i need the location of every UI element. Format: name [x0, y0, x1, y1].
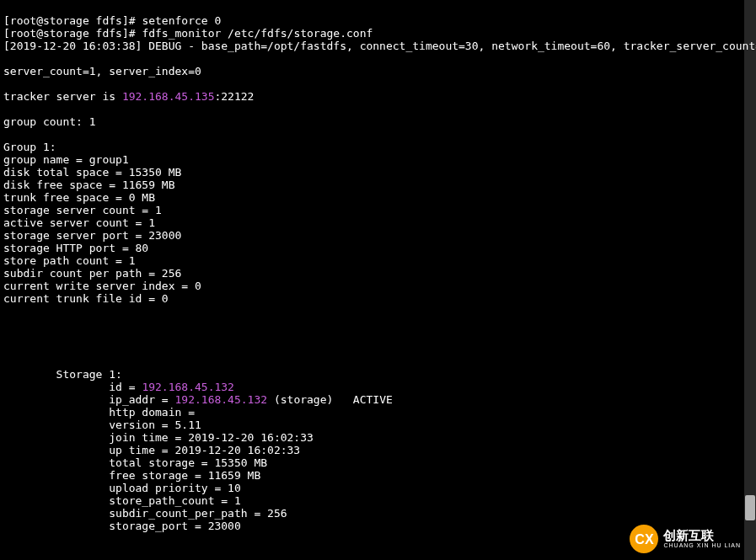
storage-path-count: store_path_count = 1 [3, 494, 241, 507]
blank-line [3, 128, 10, 141]
disk-free: disk free space = 11659 MB [3, 179, 175, 191]
storage-ip: 192.168.45.132 [175, 393, 268, 406]
blank-line [3, 317, 10, 330]
storage-total: total storage = 15350 MB [3, 456, 267, 469]
storage-free: free storage = 11659 MB [3, 469, 260, 482]
disk-total: disk total space = 15350 MB [3, 166, 181, 179]
watermark-badge-icon: CX [630, 525, 658, 553]
storage-port: storage_port = 23000 [3, 520, 241, 532]
blank-line [3, 305, 10, 317]
storage-id-line: id = 192.168.45.132 [3, 381, 234, 393]
trunk-file-id: current trunk file id = 0 [3, 292, 169, 305]
command: setenforce 0 [142, 14, 221, 27]
command: fdfs_monitor /etc/fdfs/storage.conf [142, 27, 373, 40]
storage-join-time: join time = 2019-12-20 16:02:33 [3, 431, 314, 444]
blank-line [3, 103, 10, 115]
tracker-line: tracker server is 192.168.45.135:22122 [3, 90, 254, 103]
storage-subdir-count: subdir_count_per_path = 256 [3, 507, 287, 520]
blank-line [3, 355, 10, 368]
watermark-text: 创新互联 [663, 529, 741, 542]
storage-header: Storage 1: [3, 368, 122, 381]
group-header: Group 1: [3, 141, 56, 153]
watermark-subtext: CHUANG XIN HU LIAN [663, 542, 741, 548]
watermark: CX 创新互联 CHUANG XIN HU LIAN [630, 525, 741, 553]
storage-version: version = 5.11 [3, 419, 201, 431]
storage-server-port: storage server port = 23000 [3, 229, 181, 242]
blank-line [3, 77, 10, 90]
terminal-window[interactable]: [root@storage fdfs]# setenforce 0 [root@… [0, 0, 756, 560]
blank-line [3, 343, 10, 355]
store-path-count: store path count = 1 [3, 254, 136, 267]
group-count-line: group count: 1 [3, 115, 96, 128]
storage-server-count: storage server count = 1 [3, 204, 162, 216]
storage-ipaddr-line: ip_addr = 192.168.45.132 (storage) ACTIV… [3, 393, 393, 406]
debug-output: [2019-12-20 16:03:38] DEBUG - base_path=… [3, 40, 756, 52]
group-name: group name = group1 [3, 153, 129, 166]
scrollbar-thumb[interactable] [745, 495, 755, 520]
active-server-count: active server count = 1 [3, 216, 155, 229]
storage-upload-priority: upload priority = 10 [3, 482, 241, 494]
server-count-line: server_count=1, server_index=0 [3, 65, 201, 77]
write-server-index: current write server index = 0 [3, 280, 201, 292]
storage-http-port: storage HTTP port = 80 [3, 242, 148, 254]
subdir-count: subdir count per path = 256 [3, 267, 181, 280]
storage-id-ip: 192.168.45.132 [142, 381, 234, 393]
scrollbar[interactable] [744, 0, 756, 560]
prompt: [root@storage fdfs]# [3, 27, 142, 40]
blank-line [3, 52, 10, 65]
storage-http-domain: http domain = [3, 406, 201, 419]
blank-line [3, 330, 10, 343]
trunk-free: trunk free space = 0 MB [3, 191, 155, 204]
prompt: [root@storage fdfs]# [3, 14, 142, 27]
tracker-ip: 192.168.45.135 [122, 90, 215, 103]
storage-up-time: up time = 2019-12-20 16:02:33 [3, 444, 300, 456]
